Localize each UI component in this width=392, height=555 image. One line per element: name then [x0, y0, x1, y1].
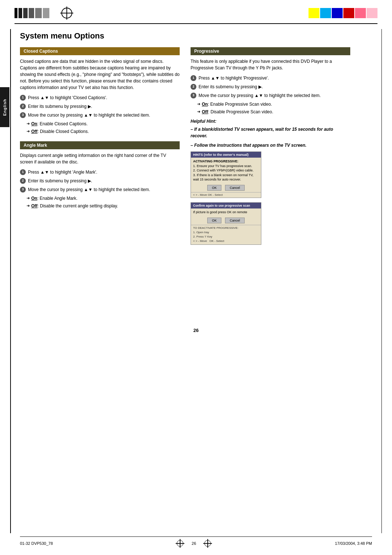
- right-column: Progressive This feature is only applica…: [191, 47, 350, 248]
- am-step1-text: Press ▲▼ to highlight 'Angle Mark'.: [28, 169, 180, 175]
- cc-step3: 3 Move the cursor by pressing ▲▼ to high…: [20, 112, 180, 118]
- dialog1-ok-button[interactable]: OK: [207, 185, 221, 191]
- helpful-hint-title: Helpful Hint:: [191, 119, 350, 124]
- language-tab: English: [0, 87, 9, 127]
- dialog1-body: ACTIVATING PROGRESSIVE: 1. Ensure your T…: [191, 158, 261, 183]
- am-step2-text: Enter its submenu by pressing ▶.: [28, 178, 180, 184]
- prog-step1-text: Press ▲▼ to highlight 'Progressive'.: [199, 75, 350, 81]
- am-off-arrow: ➜: [26, 203, 30, 209]
- prog-step3-text: Move the cursor by pressing ▲▼ to highli…: [199, 92, 350, 99]
- page-footer: 01-32 DVP530_78 26 17/03/2004, 3:48 PM: [0, 536, 392, 548]
- footer-center: 26: [192, 541, 196, 546]
- prog-step3: 3 Move the cursor by pressing ▲▼ to high…: [191, 92, 350, 99]
- two-columns-layout: Closed Captions Closed captions are data…: [20, 47, 372, 248]
- color-blocks-right: [309, 8, 377, 18]
- page-title: System menu Options: [20, 31, 372, 41]
- black-gradient-bars: [15, 8, 49, 18]
- left-crosshair: [60, 7, 73, 20]
- cc-step1-num: 1: [20, 95, 26, 101]
- prog-off-item: ➜ Off: Disable Progressive Scan video.: [191, 109, 350, 115]
- cc-off-arrow: ➜: [26, 128, 30, 134]
- prog-step2-num: 2: [191, 84, 196, 90]
- dialog1-line5: wait 15 seconds for auto recover.: [193, 177, 259, 182]
- dialog2-ok-button[interactable]: OK: [207, 218, 221, 223]
- cc-step2-text: Enter its submenu by pressing ▶.: [28, 103, 180, 110]
- closed-captions-intro: Closed captions are data that are hidden…: [20, 58, 180, 91]
- footer-right: 17/03/2004, 3:48 PM: [335, 541, 372, 546]
- dialog2-line1: If picture is good press OK on remote: [193, 210, 259, 215]
- dialog-confirm: Confirm again to use progressive scan If…: [191, 202, 261, 245]
- dialog2-buttons: OK Cancel: [191, 216, 261, 225]
- top-header-bar: [0, 0, 392, 23]
- progressive-section: Progressive This feature is only applica…: [191, 47, 350, 245]
- footer-left-crosshair: [176, 539, 184, 548]
- am-off-label: Off: Disable the current angle setting d…: [31, 203, 118, 209]
- prog-on-label: On: Enable Progressive Scan video.: [202, 101, 272, 108]
- prog-on-arrow: ➜: [197, 101, 200, 107]
- cc-step2-num: 2: [20, 104, 26, 109]
- cc-on-item: ➜ On: Enable Closed Captions.: [20, 121, 180, 127]
- prog-step2: 2 Enter its submenu by pressing ▶.: [191, 84, 350, 90]
- dialog1-title: HINTS (refer to the owner's manual): [191, 152, 261, 158]
- cc-step1-text: Press ▲▼ to highlight 'Closed Captions'.: [28, 94, 180, 101]
- cc-step3-text: Move the cursor by pressing ▲▼ to highli…: [28, 112, 180, 118]
- dialog-hints: HINTS (refer to the owner's manual) ACTI…: [191, 151, 261, 198]
- cc-on-label: On: Enable Closed Captions.: [31, 121, 87, 127]
- am-step2-num: 2: [20, 178, 26, 184]
- cc-off-item: ➜ Off: Disable Closed Captions.: [20, 128, 180, 135]
- am-step2: 2 Enter its submenu by pressing ▶.: [20, 178, 180, 184]
- dialog2-body: If picture is good press OK on remote: [191, 208, 261, 216]
- progressive-intro: This feature is only applicable if you h…: [191, 58, 350, 71]
- cc-step2: 2 Enter its submenu by pressing ▶.: [20, 103, 180, 110]
- am-step3-num: 3: [20, 187, 26, 193]
- angle-mark-intro: Displays current angle setting informati…: [20, 152, 180, 165]
- footer-right-crosshair: [203, 539, 212, 548]
- helpful-hint-text2: – Follow the instructions that appears o…: [191, 142, 350, 149]
- dialog1-line1: ACTIVATING PROGRESSIVE:: [193, 159, 259, 164]
- footer-rule: [20, 536, 372, 537]
- dialog1-line4: 3. If there is a blank screen on normal …: [193, 173, 259, 178]
- cc-on-arrow: ➜: [26, 121, 30, 127]
- dialog1-cancel-button[interactable]: Cancel: [225, 185, 245, 191]
- angle-mark-section: Angle Mark Displays current angle settin…: [20, 141, 180, 209]
- footer-content: 01-32 DVP530_78 26 17/03/2004, 3:48 PM: [20, 539, 372, 548]
- left-column: Closed Captions Closed captions are data…: [20, 47, 180, 248]
- prog-step3-num: 3: [191, 93, 196, 98]
- angle-mark-header: Angle Mark: [20, 141, 180, 149]
- prog-step1-num: 1: [191, 75, 196, 81]
- prog-off-arrow: ➜: [197, 109, 200, 115]
- helpful-hint: Helpful Hint: – If a blank/distorted TV …: [191, 119, 350, 149]
- dialog1-line2: 1. Ensure your TV has progressive scan.: [193, 164, 259, 169]
- language-label: English: [3, 99, 7, 116]
- dialog2-title: Confirm again to use progressive scan: [191, 203, 261, 208]
- am-on-label: On: Enable Angle Mark.: [31, 195, 77, 202]
- am-step3: 3 Move the cursor by pressing ▲▼ to high…: [20, 186, 180, 193]
- dialog1-line3: 2. Connect with YPbPr(GBR) video cable.: [193, 168, 259, 173]
- am-step1-num: 1: [20, 169, 26, 175]
- prog-on-item: ➜ On: Enable Progressive Scan video.: [191, 101, 350, 108]
- main-content: System menu Options Closed Captions Clos…: [0, 24, 392, 344]
- margin-line-right: [381, 29, 382, 533]
- progressive-header: Progressive: [191, 47, 350, 55]
- dialog1-footer: < > - Move OK - Select: [191, 192, 261, 198]
- prog-step2-text: Enter its submenu by pressing ▶.: [199, 84, 350, 90]
- am-off-item: ➜ Off: Disable the current angle setting…: [20, 203, 180, 209]
- page-number: 26: [20, 328, 372, 333]
- cc-step1: 1 Press ▲▼ to highlight 'Closed Captions…: [20, 94, 180, 101]
- am-step1: 1 Press ▲▼ to highlight 'Angle Mark'.: [20, 169, 180, 175]
- cc-off-label: Off: Disable Closed Captions.: [31, 128, 89, 135]
- dialog2-footer: TO DEACTIVATE PROGRESSIVE: 1. Open tray …: [191, 225, 261, 244]
- prog-step1: 1 Press ▲▼ to highlight 'Progressive'.: [191, 75, 350, 81]
- am-step3-text: Move the cursor by pressing ▲▼ to highli…: [28, 186, 180, 193]
- prog-off-label: Off: Disable Progressive Scan video.: [202, 109, 273, 115]
- margin-line-left: [10, 29, 11, 533]
- helpful-hint-text1: – If a blank/distorted TV screen appears…: [191, 126, 350, 139]
- am-on-item: ➜ On: Enable Angle Mark.: [20, 195, 180, 202]
- dialog2-cancel-button[interactable]: Cancel: [225, 218, 245, 223]
- cc-step3-num: 3: [20, 112, 26, 118]
- closed-captions-section: Closed Captions Closed captions are data…: [20, 47, 180, 135]
- am-on-arrow: ➜: [26, 195, 30, 201]
- closed-captions-header: Closed Captions: [20, 47, 180, 55]
- dialog1-buttons: OK Cancel: [191, 183, 261, 192]
- footer-left: 01-32 DVP530_78: [20, 541, 53, 546]
